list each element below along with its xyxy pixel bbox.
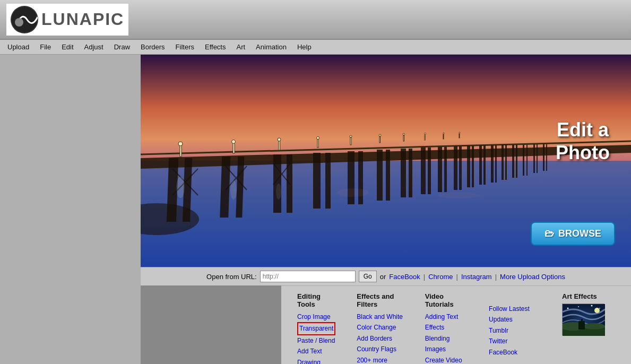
edit-photo-text: Edit a Photo <box>556 118 610 164</box>
svg-rect-30 <box>483 145 486 185</box>
country-flags-link[interactable]: Country Flags <box>357 344 403 354</box>
svg-rect-33 <box>502 145 504 180</box>
url-label: Open from URL: <box>206 273 257 281</box>
svg-point-54 <box>278 138 281 141</box>
footer-col1-title: Editing Tools <box>297 292 335 308</box>
go-button[interactable]: Go <box>359 271 377 282</box>
svg-rect-19 <box>401 149 406 197</box>
svg-point-0 <box>12 7 37 32</box>
svg-point-60 <box>379 134 381 136</box>
color-change-link[interactable]: Color Change <box>357 322 403 333</box>
logo-text: LUNAPIC <box>41 10 124 29</box>
svg-point-70 <box>176 177 185 198</box>
url-bar: Open from URL: Go or FaceBook | Chrome |… <box>141 267 631 285</box>
svg-point-79 <box>599 308 600 309</box>
follow-updates-link[interactable]: Follow Lastest Updates <box>489 304 541 325</box>
svg-rect-53 <box>279 141 280 150</box>
svg-rect-14 <box>325 153 331 209</box>
svg-rect-59 <box>379 136 381 143</box>
svg-rect-13 <box>313 153 321 209</box>
svg-rect-55 <box>317 139 318 148</box>
chrome-link[interactable]: Chrome <box>428 273 453 281</box>
nav-upload[interactable]: Upload <box>2 41 34 53</box>
footer-col4-title <box>489 292 541 300</box>
svg-rect-42 <box>546 144 547 171</box>
crop-image-link[interactable]: Crop Image <box>297 311 335 322</box>
svg-rect-21 <box>421 148 426 194</box>
nav-help[interactable]: Help <box>292 41 317 53</box>
nav-effects[interactable]: Effects <box>200 41 231 53</box>
svg-point-72 <box>276 184 281 200</box>
footer-links: Editing Tools Crop Image Transparent Pas… <box>281 285 631 364</box>
navbar: Upload File Edit Adjust Draw Borders Fil… <box>0 40 631 55</box>
header: LUNAPIC <box>0 0 631 40</box>
footer-facebook-link[interactable]: FaceBook <box>489 347 541 358</box>
svg-rect-28 <box>472 146 474 187</box>
nav-file[interactable]: File <box>34 41 56 53</box>
svg-rect-24 <box>444 147 447 192</box>
facebook-link[interactable]: FaceBook <box>389 273 420 281</box>
twitter-link[interactable]: Twitter <box>489 336 541 346</box>
svg-rect-22 <box>428 148 431 194</box>
blending-images-link[interactable]: Blending Images <box>425 333 468 355</box>
logo-icon <box>11 6 38 33</box>
svg-rect-57 <box>350 137 351 145</box>
svg-rect-35 <box>512 145 514 178</box>
svg-rect-18 <box>386 150 390 201</box>
transparent-link[interactable]: Transparent <box>297 322 335 335</box>
art-effects-thumbnail[interactable] <box>562 304 604 335</box>
add-text-link[interactable]: Add Text <box>297 346 335 357</box>
svg-point-80 <box>594 308 600 313</box>
svg-point-78 <box>591 305 593 307</box>
paste-blend-link[interactable]: Paste / Blend <box>297 335 335 346</box>
nav-art[interactable]: Art <box>231 41 250 53</box>
art-effects-title: Art Effects <box>562 292 597 300</box>
svg-rect-20 <box>409 149 412 197</box>
drawing-tools-link[interactable]: Drawing Tools <box>297 357 335 364</box>
svg-rect-38 <box>526 145 528 176</box>
svg-point-68 <box>459 132 460 133</box>
footer-col-video: Video Tutorials Adding Text Effects Blen… <box>425 292 468 364</box>
svg-rect-61 <box>403 135 404 141</box>
svg-point-50 <box>178 142 183 146</box>
svg-point-58 <box>350 135 352 137</box>
video-gifs-link[interactable]: Create Video Gifs <box>425 355 468 364</box>
bw-link[interactable]: Black and White <box>357 311 403 322</box>
nav-edit[interactable]: Edit <box>56 41 79 53</box>
nav-draw[interactable]: Draw <box>109 41 135 53</box>
svg-rect-25 <box>454 146 457 190</box>
left-sidebar <box>0 55 141 364</box>
nav-filters[interactable]: Filters <box>170 41 200 53</box>
svg-rect-32 <box>495 145 497 183</box>
svg-rect-29 <box>479 145 482 185</box>
url-input[interactable] <box>260 271 356 282</box>
svg-point-66 <box>443 133 445 134</box>
svg-point-73 <box>337 188 369 197</box>
add-borders-link[interactable]: Add Borders <box>357 333 403 344</box>
nav-animation[interactable]: Animation <box>250 41 292 53</box>
tumblr-link[interactable]: Tumblr <box>489 325 541 336</box>
footer-col-social: Follow Lastest Updates Tumblr Twitter Fa… <box>489 292 541 364</box>
main-content: Edit a Photo 🗁 BROWSE Open from URL: Go … <box>0 55 631 364</box>
svg-rect-34 <box>505 145 507 180</box>
adding-text-link[interactable]: Adding Text Effects <box>425 311 468 333</box>
svg-point-62 <box>403 133 405 135</box>
svg-point-56 <box>317 137 319 140</box>
more-effects-link[interactable]: 200+ more effects <box>357 355 403 364</box>
svg-rect-67 <box>459 134 460 138</box>
svg-rect-36 <box>516 145 517 178</box>
nav-borders[interactable]: Borders <box>135 41 170 53</box>
svg-point-52 <box>232 140 236 144</box>
svg-point-77 <box>578 306 579 307</box>
svg-rect-37 <box>523 145 524 176</box>
svg-point-76 <box>567 308 569 309</box>
svg-point-64 <box>425 133 426 135</box>
svg-point-71 <box>230 180 237 200</box>
svg-point-83 <box>584 323 605 330</box>
hero-container: Edit a Photo 🗁 BROWSE Open from URL: Go … <box>141 55 631 364</box>
browse-button[interactable]: 🗁 BROWSE <box>531 222 615 246</box>
more-upload-link[interactable]: More Upload Options <box>500 273 565 281</box>
nav-adjust[interactable]: Adjust <box>79 41 109 53</box>
instagram-link[interactable]: Instagram <box>461 273 492 281</box>
svg-rect-31 <box>491 145 494 183</box>
